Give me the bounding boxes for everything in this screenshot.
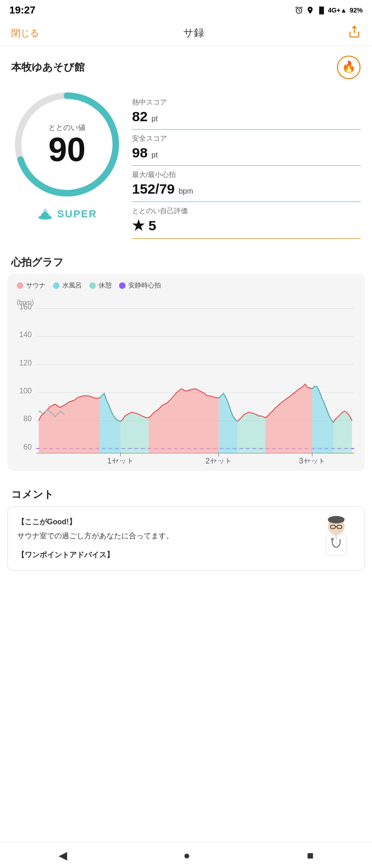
legend-label-sauna: サウナ <box>26 281 46 290</box>
sauna-area-3 <box>266 384 312 453</box>
circle-section: ととのい値 90 SUPER <box>11 89 123 222</box>
svg-point-35 <box>336 542 337 543</box>
legend-rest: 休憩 <box>89 281 112 290</box>
score-item-enthusiasm: 熱中スコア 82 pt <box>132 93 361 130</box>
venue-row: 本牧ゆあそび館 🔥 <box>0 46 372 84</box>
nav-home-button[interactable]: ● <box>184 849 191 862</box>
legend-dot-water <box>53 282 60 289</box>
svg-text:120: 120 <box>19 359 32 367</box>
venue-name: 本牧ゆあそび館 <box>11 60 85 74</box>
svg-point-6 <box>41 212 49 219</box>
svg-text:140: 140 <box>19 330 32 339</box>
page-title: サ録 <box>183 26 204 40</box>
legend-dot-resting <box>119 282 126 289</box>
score-label-3: ととのい自己評価 <box>132 207 361 215</box>
scores-section: 熱中スコア 82 pt 安全スコア 98 pt 最大/最小心拍 152/79 b… <box>132 89 361 239</box>
chart-section-title: 心拍グラフ <box>0 248 372 274</box>
score-value-0: 82 pt <box>132 109 361 124</box>
svg-text:🔥: 🔥 <box>342 60 356 74</box>
svg-text:2セット: 2セット <box>206 457 232 463</box>
legend-dot-sauna <box>17 282 23 289</box>
rest-area-1 <box>120 412 148 453</box>
svg-text:100: 100 <box>19 386 32 395</box>
svg-text:(bpm): (bpm) <box>17 299 34 306</box>
comment-section-title: コメント <box>0 480 372 506</box>
legend-label-resting: 安静時心拍 <box>128 281 161 290</box>
super-badge: SUPER <box>37 206 97 222</box>
score-label-1: 安全スコア <box>132 134 361 143</box>
bottom-spacer <box>0 578 372 615</box>
legend-label-rest: 休憩 <box>99 281 112 290</box>
heart-rate-chart: 160 140 120 100 80 60 (bpm) 1セット 2セッ <box>13 295 359 463</box>
score-label-2: 最大/最小心拍 <box>132 170 361 179</box>
legend-dot-rest <box>89 282 96 289</box>
alarm-icon <box>295 6 303 14</box>
score-value-3: ★ 5 <box>132 217 361 234</box>
svg-point-34 <box>331 538 334 541</box>
score-value-2: 152/79 bpm <box>132 181 361 197</box>
water-area-3 <box>312 386 333 453</box>
status-time: 19:27 <box>9 4 35 16</box>
chart-legend: サウナ 水風呂 休憩 安静時心拍 <box>13 281 359 290</box>
status-bar: 19:27 ▐▌ 4G+▲ 92% <box>0 0 372 20</box>
legend-label-water: 水風呂 <box>62 281 82 290</box>
signal-label: ▐▌ 4G+▲ <box>317 7 347 14</box>
battery-label: 92% <box>350 7 363 14</box>
svg-text:3セット: 3セット <box>299 457 326 463</box>
water-area-1 <box>100 393 120 453</box>
svg-text:60: 60 <box>23 443 32 451</box>
bottom-nav: ◀ ● ■ <box>0 842 372 868</box>
score-item-heartrate: 最大/最小心拍 152/79 bpm <box>132 166 361 202</box>
sauna-area-1 <box>39 396 100 453</box>
score-label-0: 熱中スコア <box>132 98 361 107</box>
comment-text: 【ここがGood!】 サウナ室での過ごし方があなたに合ってます。 【ワンポイント… <box>17 516 310 561</box>
flame-icon[interactable]: 🔥 <box>337 55 361 79</box>
chart-container: サウナ 水風呂 休憩 安静時心拍 160 140 120 100 80 60 (… <box>7 274 365 471</box>
legend-water: 水風呂 <box>53 281 82 290</box>
sauna-area-2 <box>149 389 219 453</box>
location-icon <box>306 6 314 14</box>
comment-good-text: サウナ室での過ごし方があなたに合ってます。 <box>17 530 310 542</box>
score-value-1: 98 pt <box>132 145 361 161</box>
rest-area-3 <box>333 411 352 453</box>
legend-resting-hr: 安静時心拍 <box>119 281 161 290</box>
comment-box: 【ここがGood!】 サウナ室での過ごし方があなたに合ってます。 【ワンポイント… <box>7 506 365 571</box>
svg-text:80: 80 <box>23 414 32 423</box>
svg-point-29 <box>328 516 345 523</box>
header: 閉じる サ録 <box>0 20 372 46</box>
score-item-safety: 安全スコア 98 pt <box>132 130 361 166</box>
doctor-icon <box>318 516 355 558</box>
nav-recent-button[interactable]: ■ <box>307 849 314 862</box>
share-icon <box>348 25 361 38</box>
share-button[interactable] <box>348 25 361 41</box>
score-circle: ととのい値 90 <box>11 89 123 200</box>
legend-sauna: サウナ <box>17 281 46 290</box>
svg-text:1セット: 1セット <box>107 457 134 463</box>
status-icons: ▐▌ 4G+▲ 92% <box>295 6 363 14</box>
sauna-hat-icon <box>37 206 53 222</box>
rest-area-2 <box>238 412 266 453</box>
chart-svg-wrapper: 160 140 120 100 80 60 (bpm) 1セット 2セッ <box>13 295 359 465</box>
super-label: SUPER <box>57 208 97 220</box>
circle-inner: ととのい値 90 <box>48 123 86 166</box>
circle-value: 90 <box>48 133 86 166</box>
main-content: ととのい値 90 SUPER 熱中スコア 82 pt <box>0 84 372 248</box>
nav-back-button[interactable]: ◀ <box>59 849 67 862</box>
comment-advice-title: 【ワンポイントアドバイス】 <box>17 549 310 561</box>
svg-point-36 <box>336 546 337 547</box>
score-item-self: ととのい自己評価 ★ 5 <box>132 202 361 239</box>
close-button[interactable]: 閉じる <box>11 27 39 39</box>
comment-good-title: 【ここがGood!】 <box>17 516 310 528</box>
